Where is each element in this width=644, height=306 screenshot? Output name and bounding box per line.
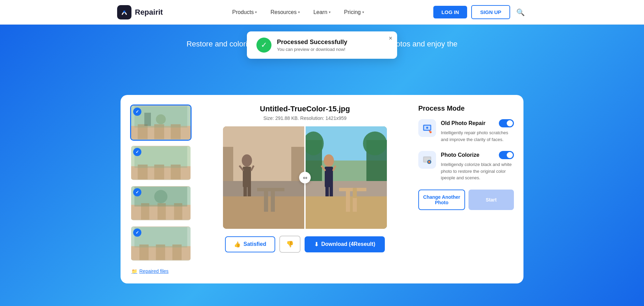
nav-item-resources[interactable]: Resources ▾ bbox=[265, 6, 305, 18]
svg-point-71 bbox=[427, 160, 431, 164]
start-button[interactable]: Start bbox=[468, 190, 514, 210]
center-preview: Untitled-TrueColor-15.jpg Size: 291.88 K… bbox=[200, 105, 410, 274]
svg-rect-15 bbox=[135, 147, 187, 168]
process-label-colorize: Photo Colorize bbox=[441, 151, 514, 159]
toast-content: Processed Successfully You can preview o… bbox=[277, 39, 347, 52]
old-photo-icon bbox=[418, 119, 436, 137]
success-icon: ✓ bbox=[256, 38, 271, 53]
chevron-down-icon: ▾ bbox=[329, 10, 331, 14]
thumbnail-sidebar: ✓ ✓ bbox=[130, 105, 192, 274]
thumbnail-check-4: ✓ bbox=[133, 228, 141, 237]
thumbnail-item-3[interactable]: ✓ bbox=[130, 185, 192, 221]
svg-rect-40 bbox=[243, 186, 247, 196]
signup-button[interactable]: SIGN UP bbox=[471, 5, 510, 19]
download-icon: ⬇ bbox=[314, 241, 319, 248]
login-button[interactable]: LOG IN bbox=[433, 6, 467, 18]
logo-area[interactable]: Repairit bbox=[117, 5, 163, 19]
nav-item-products[interactable]: Products ▾ bbox=[227, 6, 262, 18]
thumbnail-check-3: ✓ bbox=[133, 188, 141, 196]
logo-text: Repairit bbox=[135, 8, 163, 17]
preview-before bbox=[223, 126, 305, 229]
nav-right: LOG IN SIGN UP 🔍 bbox=[433, 5, 527, 19]
preview-after bbox=[305, 126, 387, 229]
process-mode-title: Process Mode bbox=[418, 105, 514, 112]
repaired-files-link[interactable]: 📁 Repaired files bbox=[130, 268, 192, 274]
thumbnail-check-1: ✓ bbox=[133, 108, 141, 116]
toast-close-button[interactable]: × bbox=[389, 35, 392, 42]
old-photo-toggle[interactable] bbox=[499, 119, 514, 127]
search-icon[interactable]: 🔍 bbox=[514, 6, 527, 18]
hero-section: ✓ Processed Successfully You can preview… bbox=[0, 25, 644, 306]
nav-item-pricing[interactable]: Pricing ▾ bbox=[339, 6, 369, 18]
svg-rect-9 bbox=[144, 113, 151, 126]
svg-rect-39 bbox=[243, 167, 251, 187]
svg-rect-59 bbox=[330, 186, 333, 196]
chevron-down-icon: ▾ bbox=[255, 10, 257, 14]
svg-rect-28 bbox=[135, 227, 187, 248]
thumbnail-item-2[interactable]: ✓ bbox=[130, 145, 192, 181]
svg-point-38 bbox=[242, 154, 252, 167]
thumbup-icon: 👍 bbox=[234, 241, 241, 248]
svg-point-49 bbox=[363, 131, 387, 155]
svg-rect-57 bbox=[325, 167, 333, 187]
svg-rect-54 bbox=[346, 191, 350, 212]
svg-rect-31 bbox=[223, 147, 233, 181]
right-panel: Process Mode Old Photo Repair bbox=[418, 105, 514, 274]
colorize-toggle[interactable] bbox=[499, 151, 514, 159]
thumbnail-item-4[interactable]: ✓ bbox=[130, 225, 192, 262]
svg-point-66 bbox=[430, 131, 432, 133]
svg-rect-41 bbox=[248, 186, 251, 196]
nav-links: Products ▾ Resources ▾ Learn ▾ Pricing ▾ bbox=[227, 6, 369, 18]
toast-notification: ✓ Processed Successfully You can preview… bbox=[247, 31, 397, 59]
svg-point-22 bbox=[154, 190, 168, 203]
chevron-down-icon: ▾ bbox=[298, 10, 300, 14]
svg-point-65 bbox=[426, 127, 428, 129]
toast-title: Processed Successfully bbox=[277, 39, 347, 46]
main-card: ✓ ✓ bbox=[121, 95, 523, 283]
process-desc-old-photo: Intelligently repair photo scratches and… bbox=[441, 129, 514, 143]
satisfied-button[interactable]: 👍 Satisfied bbox=[225, 236, 275, 252]
right-panel-buttons: Change Another Photo Start bbox=[418, 190, 514, 210]
svg-rect-55 bbox=[353, 188, 357, 198]
change-photo-button[interactable]: Change Another Photo bbox=[418, 190, 465, 210]
folder-icon: 📁 bbox=[131, 268, 137, 274]
colorize-icon bbox=[418, 151, 436, 169]
process-option-colorize-content: Photo Colorize Intelligendy colorize bla… bbox=[441, 151, 514, 181]
download-button[interactable]: ⬇ Download (4Reseult) bbox=[305, 236, 385, 252]
svg-rect-58 bbox=[325, 186, 329, 196]
bottom-actions: 👍 Satisfied 👎 ⬇ Download (4Reseult) bbox=[225, 236, 385, 253]
svg-rect-8 bbox=[135, 106, 187, 128]
process-option-old-photo-content: Old Photo Repair Intelligently repair ph… bbox=[441, 119, 514, 143]
toast-subtitle: You can preview or download now! bbox=[277, 47, 347, 52]
svg-point-56 bbox=[324, 154, 334, 167]
svg-rect-35 bbox=[257, 188, 284, 191]
preview-filename: Untitled-TrueColor-15.jpg bbox=[260, 105, 350, 113]
thumbnail-item-1[interactable]: ✓ bbox=[130, 105, 192, 141]
process-desc-colorize: Intelligendy colorize black and white ph… bbox=[441, 161, 514, 181]
thumbnail-check-2: ✓ bbox=[133, 148, 141, 156]
process-option-old-photo: Old Photo Repair Intelligently repair ph… bbox=[418, 119, 514, 143]
thumbdown-button[interactable]: 👎 bbox=[279, 236, 300, 253]
preview-meta: Size: 291.88 KB. Resolution: 1421x959 bbox=[263, 115, 347, 121]
logo-icon bbox=[117, 5, 131, 19]
nav-item-learn[interactable]: Learn ▾ bbox=[308, 6, 336, 18]
preview-handle[interactable]: ⇔ bbox=[299, 172, 311, 183]
process-label-old-photo: Old Photo Repair bbox=[441, 119, 514, 127]
svg-rect-36 bbox=[271, 191, 275, 212]
navbar: Repairit Products ▾ Resources ▾ Learn ▾ … bbox=[0, 0, 644, 25]
process-option-colorize: Photo Colorize Intelligendy colorize bla… bbox=[418, 151, 514, 181]
chevron-down-icon: ▾ bbox=[362, 10, 364, 14]
preview-image-wrapper: ⇔ bbox=[223, 126, 387, 229]
thumbdown-icon: 👎 bbox=[286, 241, 294, 248]
svg-rect-37 bbox=[264, 191, 268, 212]
svg-point-1 bbox=[123, 11, 125, 13]
